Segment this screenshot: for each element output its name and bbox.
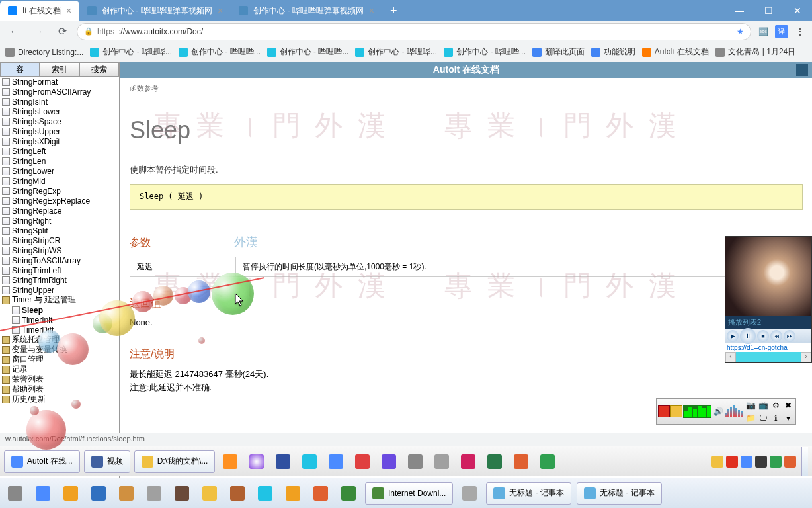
- tray-icon[interactable]: [741, 456, 752, 468]
- close-button[interactable]: ✕: [783, 0, 812, 21]
- tree-item[interactable]: StringIsInt: [0, 97, 119, 106]
- bookmark-item[interactable]: AutoIt 在线文档: [642, 46, 710, 58]
- tree-item[interactable]: 变量与变量转换: [0, 345, 119, 355]
- pinned-app[interactable]: [143, 482, 165, 505]
- bookmark-item[interactable]: 创作中心 - 哔哩哔...: [179, 46, 261, 58]
- tab-2[interactable]: 创作中心 - 哔哩哔哩弹幕视频网 ×: [231, 1, 382, 21]
- bookmark-item[interactable]: Directory Listing:...: [5, 48, 83, 57]
- pinned-app[interactable]: [536, 450, 559, 473]
- floating-toolbar[interactable]: 🔊 📷📺⚙✖ 📁🖵ℹ▾: [656, 398, 796, 425]
- pinned-app[interactable]: [309, 482, 332, 505]
- pinned-app[interactable]: [510, 450, 532, 473]
- tab-contents[interactable]: 容: [0, 62, 40, 77]
- tree-item[interactable]: TimerInit: [0, 315, 119, 325]
- tab-index[interactable]: 索引: [40, 62, 79, 77]
- back-button[interactable]: ←: [5, 22, 24, 41]
- pinned-app[interactable]: [378, 450, 400, 473]
- tab-0[interactable]: It 在线文档 ×: [0, 1, 79, 21]
- tree-item[interactable]: StringTrimRight: [0, 275, 119, 285]
- tree-item[interactable]: 记录: [0, 364, 119, 374]
- star-icon[interactable]: ★: [737, 27, 744, 36]
- tree-item[interactable]: StringSplit: [0, 226, 119, 235]
- tree-item[interactable]: 历史/更新: [0, 394, 119, 404]
- tree-item[interactable]: StringToASCIIArray: [0, 255, 119, 265]
- tree-item[interactable]: StringIsLower: [0, 106, 119, 116]
- tool-icon[interactable]: ⚙: [770, 400, 782, 411]
- new-tab-button[interactable]: +: [382, 4, 405, 18]
- tree-item[interactable]: StringUpper: [0, 285, 119, 295]
- tree-item[interactable]: Timer 与 延迟管理: [0, 295, 119, 305]
- translate2-icon[interactable]: 译: [775, 25, 788, 38]
- task-button[interactable]: 无标题 - 记事本: [486, 482, 571, 505]
- pinned-app[interactable]: [272, 450, 294, 473]
- tree-item[interactable]: StringReplace: [0, 206, 119, 216]
- tool-icon[interactable]: 📷: [745, 400, 756, 411]
- task-button[interactable]: 无标题 - 记事本: [577, 482, 662, 505]
- bookmark-item[interactable]: 文化青岛 | 1月24日: [715, 46, 795, 58]
- pause-button[interactable]: ⏸: [740, 328, 756, 344]
- pinned-app[interactable]: [226, 482, 249, 505]
- bookmark-item[interactable]: 创作中心 - 哔哩哔...: [444, 46, 526, 58]
- pinned-app[interactable]: [325, 450, 347, 473]
- maximize-button[interactable]: ☐: [754, 0, 783, 21]
- pinned-app[interactable]: [483, 450, 506, 473]
- video-area[interactable]: [725, 237, 811, 316]
- pinned-app[interactable]: [282, 482, 304, 505]
- pinned-app[interactable]: [457, 450, 479, 473]
- pinned-app[interactable]: [254, 482, 276, 505]
- tree-item[interactable]: StringStripWS: [0, 245, 119, 255]
- pinned-app[interactable]: [430, 450, 453, 473]
- tab-1[interactable]: 创作中心 - 哔哩哔哩弹幕视频网 ×: [79, 1, 231, 21]
- tree-item[interactable]: StringRegExpReplace: [0, 196, 119, 206]
- tree-item[interactable]: StringIsSpace: [0, 116, 119, 126]
- tray-icon[interactable]: [770, 456, 782, 468]
- pinned-app[interactable]: [60, 482, 82, 505]
- task-button[interactable]: Internet Downl...: [365, 482, 453, 505]
- tree-item[interactable]: StringMid: [0, 176, 119, 186]
- close-icon[interactable]: ✖: [782, 400, 794, 411]
- tray-icon[interactable]: [726, 456, 738, 468]
- translate-icon[interactable]: 🔤: [756, 25, 770, 38]
- reload-button[interactable]: ⟳: [53, 22, 71, 41]
- pinned-app[interactable]: [351, 450, 374, 473]
- tree-item[interactable]: StringFormat: [0, 77, 119, 87]
- record-icon[interactable]: [658, 405, 670, 417]
- task-button[interactable]: AutoIt 在线...: [4, 450, 80, 473]
- next-button[interactable]: ⏭: [784, 330, 795, 342]
- pinned-app[interactable]: [115, 482, 138, 505]
- breadcrumb[interactable]: 函数参考: [130, 82, 159, 95]
- show-desktop[interactable]: [801, 447, 808, 476]
- tree-item[interactable]: StringFromASCIIArray: [0, 87, 119, 97]
- scroll-left-icon[interactable]: ‹: [725, 352, 736, 362]
- tree-item[interactable]: StringLeft: [0, 146, 119, 156]
- tree-item[interactable]: StringIsUpper: [0, 126, 119, 136]
- tool-icon[interactable]: 📺: [757, 400, 769, 411]
- tray-icon[interactable]: [711, 456, 723, 468]
- tool-icon[interactable]: ▾: [782, 412, 794, 424]
- tab-search[interactable]: 搜索: [79, 62, 119, 77]
- bookmark-item[interactable]: 创作中心 - 哔哩哔...: [267, 46, 349, 58]
- pinned-app[interactable]: [298, 450, 321, 473]
- pinned-app[interactable]: [32, 482, 54, 505]
- playlist-label[interactable]: 播放列表2: [725, 316, 811, 329]
- tree-item[interactable]: StringRight: [0, 216, 119, 226]
- tree-item[interactable]: Sleep: [0, 305, 119, 315]
- minimize-button[interactable]: —: [725, 0, 754, 21]
- pinned-app[interactable]: [404, 450, 426, 473]
- menu-button[interactable]: ⋮: [793, 25, 807, 38]
- print-icon[interactable]: [796, 64, 808, 76]
- pinned-app[interactable]: [87, 482, 110, 505]
- tree-item[interactable]: TimerDiff: [0, 325, 119, 335]
- stop-button[interactable]: ■: [757, 330, 769, 342]
- volume-icon[interactable]: 🔊: [712, 405, 724, 417]
- tray-icon[interactable]: [755, 456, 767, 468]
- pinned-app[interactable]: [458, 482, 481, 505]
- close-icon[interactable]: ×: [218, 5, 223, 16]
- bookmark-item[interactable]: 翻译此页面: [532, 46, 585, 58]
- tool-icon[interactable]: 🖵: [757, 412, 769, 424]
- tree-item[interactable]: StringTrimLeft: [0, 265, 119, 275]
- pinned-app[interactable]: [171, 482, 193, 505]
- task-button[interactable]: 视频: [84, 450, 130, 473]
- tool-icon[interactable]: ℹ: [770, 412, 782, 424]
- bookmark-item[interactable]: 创作中心 - 哔哩哔...: [355, 46, 437, 58]
